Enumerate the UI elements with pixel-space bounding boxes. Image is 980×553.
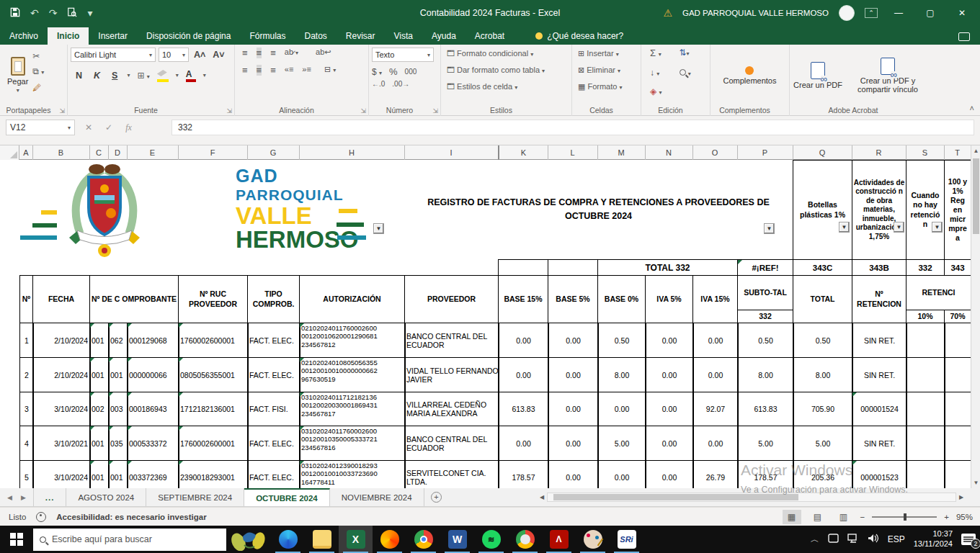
cell-i5-row4[interactable]: 0.00: [645, 426, 694, 461]
cell-i15-row1[interactable]: 0.00: [692, 323, 739, 358]
portapapeles-dialog-launcher[interactable]: ⇲: [59, 107, 65, 114]
cell-c3-row4[interactable]: 000533372: [127, 426, 179, 461]
language-indicator[interactable]: ESP: [888, 534, 905, 544]
column-header-G[interactable]: G: [247, 145, 300, 160]
cell-t-row2[interactable]: [944, 357, 971, 392]
column-header-T[interactable]: T: [944, 145, 971, 160]
cell-s-row2[interactable]: [906, 357, 945, 392]
cell-aut-row5[interactable]: 03102024012390018293 0012001001003372369…: [299, 460, 406, 488]
sheet-tab-agosto[interactable]: AGOSTO 2024: [66, 488, 146, 506]
cell-tipo-row5[interactable]: FACT. ELEC.: [247, 460, 300, 488]
cell-t-row1[interactable]: [944, 323, 971, 358]
cell-s-row4[interactable]: [906, 426, 945, 461]
cell-ret-row5[interactable]: 000001523: [852, 460, 907, 488]
cell-c3-row3[interactable]: 000186943: [127, 392, 179, 426]
accessibility-status[interactable]: Accesibilidad: es necesario investigar: [56, 513, 206, 521]
cell-l4[interactable]: [548, 259, 598, 276]
collapse-ribbon-icon[interactable]: ˄: [970, 104, 974, 112]
cell-i15-row5[interactable]: 26.79: [692, 460, 739, 488]
fill-down-icon[interactable]: ↓ ▾: [650, 68, 678, 84]
tab-inicio[interactable]: Inicio: [48, 27, 89, 45]
currency-icon[interactable]: $ ▾: [372, 67, 382, 77]
select-all-corner[interactable]: [0, 145, 19, 160]
tax-code-r[interactable]: 343B: [852, 259, 906, 276]
format-painter-icon[interactable]: 🖉: [32, 82, 44, 94]
cell-b5-row3[interactable]: 0.00: [548, 392, 599, 426]
header-base15[interactable]: BASE 15%: [498, 275, 548, 323]
cell-aut-row1[interactable]: 02102024011760002600 0012001062000129068…: [299, 323, 406, 358]
cell-fecha-row5[interactable]: 3/10/2024: [32, 460, 91, 488]
cell-aut-row2[interactable]: 02102024010805056355 0012001001000000066…: [299, 357, 406, 392]
tray-chevron-up-icon[interactable]: ︿: [811, 534, 819, 546]
cell-ret-row1[interactable]: SIN RET.: [852, 323, 907, 358]
filter-dropdown-icon[interactable]: ▼: [932, 222, 943, 233]
create-pdf-button[interactable]: Crear un PDF: [793, 48, 843, 103]
notification-center-icon[interactable]: 2: [961, 534, 976, 545]
cell-prov-row5[interactable]: SERVITELCONET CIA. LTDA.: [404, 460, 499, 488]
cell-styles-button[interactable]: 🗔 Estilos de celda ▾: [447, 81, 569, 94]
increase-indent-icon[interactable]: »≡: [302, 65, 311, 76]
header-base0[interactable]: BASE 0%: [597, 275, 646, 323]
header-total[interactable]: TOTAL: [793, 275, 852, 323]
taskbar-sri-icon[interactable]: SRi: [610, 526, 643, 553]
column-header-S[interactable]: S: [906, 145, 945, 160]
column-header-L[interactable]: L: [548, 145, 598, 160]
header-num[interactable]: Nº: [19, 275, 33, 323]
horizontal-scroll-thumb[interactable]: [553, 494, 798, 500]
tab-datos[interactable]: Datos: [295, 27, 336, 45]
column-header-Q[interactable]: Q: [793, 145, 852, 160]
cell-i5-row5[interactable]: 0.00: [645, 460, 694, 488]
copy-icon[interactable]: ⧉ ▾: [32, 66, 44, 78]
cell-c2-row3[interactable]: 003: [108, 392, 128, 426]
sheet-nav-left-icon[interactable]: ◀: [7, 494, 12, 501]
redo-icon[interactable]: ↷: [49, 7, 58, 19]
header-proveedor[interactable]: PROVEEDOR: [404, 275, 499, 323]
tax-code-q[interactable]: 343C: [793, 259, 852, 276]
tab-revisar[interactable]: Revisar: [337, 27, 385, 45]
header-nretencion[interactable]: Nº RETENCION: [852, 275, 906, 323]
new-sheet-icon[interactable]: +: [424, 488, 449, 506]
cell-tot-row3[interactable]: 705.90: [793, 392, 853, 426]
header-ret70[interactable]: 70%: [944, 310, 971, 323]
cell-num-row4[interactable]: 4: [19, 426, 34, 461]
name-box[interactable]: V12▾: [6, 120, 75, 135]
cell-tipo-row1[interactable]: FACT. ELEC.: [247, 323, 300, 358]
scroll-right-icon[interactable]: ▶: [956, 494, 966, 500]
account-name[interactable]: GAD PARROQUIAL VALLE HERMOSO: [682, 9, 829, 17]
decrease-indent-icon[interactable]: «≡: [285, 65, 294, 76]
align-right-icon[interactable]: ≡: [270, 65, 276, 76]
align-middle-icon[interactable]: ≡: [257, 48, 262, 58]
cell-num-row1[interactable]: 1: [19, 323, 34, 358]
cell-c3-row1[interactable]: 000129068: [127, 323, 179, 358]
sheet-title[interactable]: REGISTRO DE FACTURAS DE COMPRA Y RETENCI…: [404, 160, 793, 259]
normal-view-icon[interactable]: ▦: [783, 510, 801, 524]
cell-fecha-row4[interactable]: 3/10/2021: [32, 426, 91, 461]
tell-me-search[interactable]: ¿Qué desea hacer?: [535, 31, 623, 45]
tab-archivo[interactable]: Archivo: [0, 27, 48, 45]
undo-icon[interactable]: ↶: [30, 7, 39, 19]
cell-tot-row2[interactable]: 8.00: [793, 357, 853, 392]
taskbar-search-input[interactable]: Escribe aquí para buscar: [33, 529, 226, 551]
cell-prov-row1[interactable]: BANCO CENTRAL DEL ECUADOR: [404, 323, 499, 358]
bold-button[interactable]: N: [74, 71, 84, 81]
tax-code-s[interactable]: 332: [906, 259, 945, 276]
column-header-F[interactable]: F: [178, 145, 248, 160]
cell-ret-row2[interactable]: SIN RET.: [852, 357, 907, 392]
ref-error-cell[interactable]: #¡REF!: [737, 259, 793, 276]
zoom-out-icon[interactable]: −: [860, 513, 865, 521]
sheet-tab-overflow[interactable]: ...: [33, 488, 67, 506]
header-subtotal[interactable]: SUBTO-TAL: [737, 275, 793, 310]
cell-fecha-row3[interactable]: 3/10/2024: [32, 392, 91, 426]
header-comprobante[interactable]: Nº DE C OMPROBANTE: [89, 275, 179, 323]
tab-acrobat[interactable]: Acrobat: [466, 27, 514, 45]
cell-c3-row5[interactable]: 003372369: [127, 460, 179, 488]
tab-formulas[interactable]: Fórmulas: [240, 27, 295, 45]
save-icon[interactable]: [10, 7, 20, 19]
addins-button[interactable]: Complementos: [723, 66, 777, 85]
align-bottom-icon[interactable]: ≡: [270, 48, 276, 58]
header-ruc[interactable]: Nº RUC PROVEEDOR: [178, 275, 248, 323]
cell-b15-row3[interactable]: 613.83: [498, 392, 549, 426]
column-header-H[interactable]: H: [299, 145, 405, 160]
font-name-select[interactable]: Calibri Light▾: [71, 48, 156, 62]
cell-i5-row1[interactable]: 0.00: [645, 323, 694, 358]
